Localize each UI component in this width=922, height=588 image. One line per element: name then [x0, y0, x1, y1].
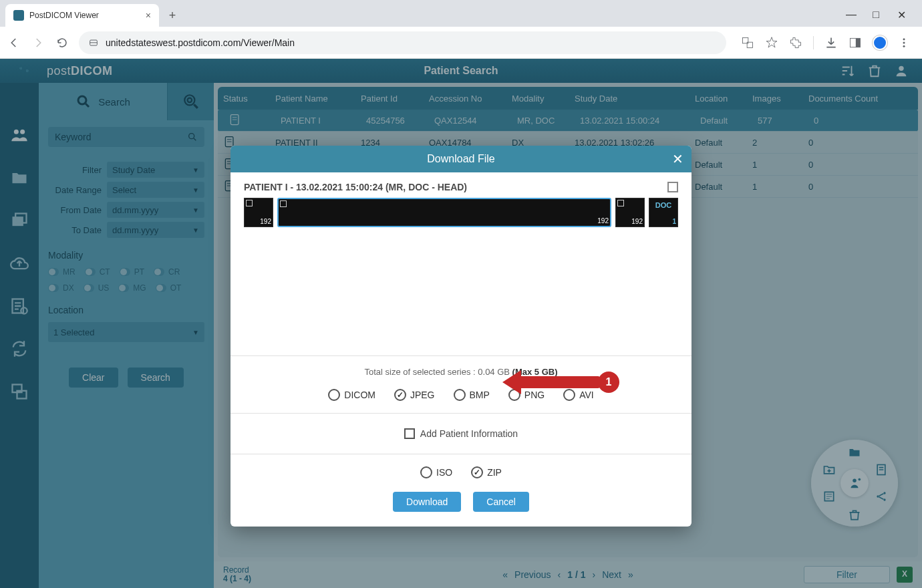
add-patient-info-row[interactable]: Add Patient Information [244, 422, 678, 446]
svg-point-6 [903, 38, 905, 40]
browser-tab[interactable]: PostDICOM Viewer × [5, 4, 159, 27]
sidepanel-icon[interactable] [849, 36, 862, 49]
svg-point-8 [903, 45, 905, 47]
site-info-icon[interactable] [88, 37, 99, 48]
archive-radio-row: ISOZIP [244, 462, 678, 482]
study-description: PATIENT I - 13.02.2021 15:00:24 (MR, DOC… [244, 182, 467, 192]
tab-title: PostDICOM Viewer [29, 11, 99, 20]
add-patient-info-checkbox[interactable] [404, 428, 415, 439]
download-button[interactable]: Download [393, 492, 461, 512]
modal-header: Download File ✕ [230, 146, 692, 172]
extensions-icon[interactable] [789, 36, 802, 49]
format-radio-avi[interactable]: AVI [563, 389, 594, 401]
close-window-icon[interactable]: ✕ [897, 9, 906, 21]
format-radio-dicom[interactable]: DICOM [328, 389, 375, 401]
series-thumbnail[interactable]: 192 [244, 198, 273, 227]
svg-rect-2 [743, 38, 748, 43]
svg-rect-1 [90, 42, 98, 43]
series-thumbnail[interactable]: 192 [615, 198, 645, 227]
modal-close-icon[interactable]: ✕ [672, 151, 683, 167]
bookmark-star-icon[interactable] [765, 36, 778, 49]
series-thumbnail[interactable]: DOC1 [649, 198, 678, 227]
svg-point-7 [903, 42, 905, 44]
tab-bar: PostDICOM Viewer × + — □ ✕ [0, 0, 922, 27]
tab-close-icon[interactable]: × [146, 10, 151, 21]
series-thumbnails: 192192192DOC1 [244, 198, 678, 227]
nav-bar: unitedstateswest.postdicom.com/Viewer/Ma… [0, 27, 922, 59]
format-radio-png[interactable]: PNG [508, 389, 545, 401]
profile-avatar[interactable] [873, 35, 887, 50]
browser-chrome: PostDICOM Viewer × + — □ ✕ unitedstatesw… [0, 0, 922, 59]
forward-button[interactable] [31, 35, 45, 50]
format-radio-jpeg[interactable]: JPEG [394, 389, 435, 401]
toolbar-right [736, 35, 915, 50]
svg-rect-3 [747, 42, 752, 47]
modal-title: Download File [427, 153, 494, 165]
new-tab-button[interactable]: + [163, 6, 182, 25]
url-text: unitedstateswest.postdicom.com/Viewer/Ma… [106, 37, 295, 48]
series-thumbnail[interactable]: 192 [277, 198, 611, 227]
study-select-checkbox[interactable] [667, 182, 678, 192]
favicon [13, 10, 24, 21]
size-line: Total size of selected series : 0.04 GB … [244, 364, 678, 385]
archive-radio-zip[interactable]: ZIP [471, 466, 502, 478]
reload-button[interactable] [55, 35, 69, 50]
download-modal: Download File ✕ PATIENT I - 13.02.2021 1… [230, 146, 692, 527]
translate-icon[interactable] [741, 36, 754, 49]
window-controls: — □ ✕ [846, 9, 917, 27]
downloads-icon[interactable] [824, 36, 838, 49]
maximize-icon[interactable]: □ [871, 9, 881, 21]
format-radio-bmp[interactable]: BMP [454, 389, 490, 401]
minimize-icon[interactable]: — [846, 9, 855, 21]
format-radio-row: DICOMJPEGBMPPNGAVI [244, 385, 678, 405]
svg-rect-5 [856, 38, 861, 47]
app-root: postDICOM Patient Search Search [0, 59, 922, 588]
archive-radio-iso[interactable]: ISO [420, 466, 452, 478]
back-button[interactable] [7, 35, 21, 50]
cancel-button[interactable]: Cancel [473, 492, 529, 512]
kebab-menu-icon[interactable] [898, 37, 910, 49]
address-bar[interactable]: unitedstateswest.postdicom.com/Viewer/Ma… [79, 31, 726, 54]
